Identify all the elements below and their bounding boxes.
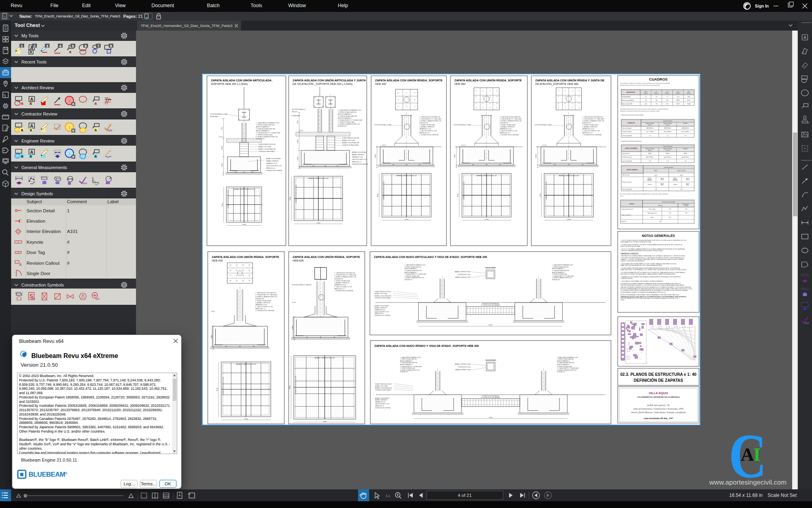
- svg-text:1.50m: 1.50m: [377, 193, 379, 197]
- svg-text:Revision Callout: Revision Callout: [27, 261, 60, 266]
- svg-text:ARMADO SUPERIOR 2Ø12: ARMADO SUPERIOR 2Ø12: [455, 271, 471, 273]
- svg-text:kN/cm²: kN/cm²: [661, 184, 664, 186]
- svg-text:XXXX: XXXX: [81, 297, 85, 299]
- svg-text:3. ESPACIO PARA MORTERO DE: 3. ESPACIO PARA MORTERO DE: [500, 120, 522, 122]
- svg-text:ZAPATA AISLADA CON UNIÓN RÍGID: ZAPATA AISLADA CON UNIÓN RÍGIDA_SOPORTE: [293, 255, 360, 259]
- svg-text:A NIVEL DE PLANTA BAJA, SE HA: A NIVEL DE PLANTA BAJA, SE HA DISEÑADO U…: [620, 294, 679, 296]
- svg-text:ESTRIBOS Ø6 / 30cm: ESTRIBOS Ø6 / 30cm: [458, 366, 471, 368]
- svg-text:Los materiales a emplear se de: Los materiales a emplear se describen a …: [620, 83, 670, 84]
- svg-text:Tipos de acero: Tipos de acero: [622, 174, 630, 176]
- svg-text:PARRILLA 5 cm: PARRILLA 5 cm: [500, 132, 510, 134]
- svg-text:CORRESPONDIENTE.: CORRESPONDIENTE.: [620, 278, 633, 279]
- svg-text:A: A: [30, 123, 33, 128]
- svg-text:2. PLACA DE APOYO Y ANCLAJE: 2. PLACA DE APOYO Y ANCLAJE: [255, 294, 278, 296]
- svg-text:tutores_David Mencías | Jesús: tutores_David Mencías | Jesús Anaya | En…: [631, 411, 686, 414]
- svg-text:b: b: [4, 15, 6, 18]
- svg-text:ZAPATA AISLADA CON UNIÓN RÍGID: ZAPATA AISLADA CON UNIÓN RÍGIDA Y JUNTA …: [535, 79, 605, 82]
- svg-text:ARMADO INFERIOR: ARMADO INFERIOR: [375, 307, 387, 309]
- svg-text:CALZOS/SOL APOYO DE: CALZOS/SOL APOYO DE: [352, 159, 368, 160]
- svg-text:4. PERNOS DE ANCLAJE: 4. PERNOS DE ANCLAJE: [557, 366, 572, 368]
- svg-text:PARRILLA 5 cm: PARRILLA 5 cm: [352, 161, 362, 163]
- svg-text:ZAPATA AISLADA CON NUDO RÍGIDO: ZAPATA AISLADA CON NUDO RÍGIDO Y VIGA DE…: [374, 344, 479, 348]
- svg-text:ARMADO INFERIOR Ø12 /0.30: ARMADO INFERIOR Ø12 /0.30: [383, 182, 385, 200]
- svg-text:6. ESPACIO PARA MORTERO DE: 6. ESPACIO PARA MORTERO DE: [256, 136, 278, 138]
- svg-text:EN FOSF. LA ZAPATA A TRAVÉS DE: EN FOSF. LA ZAPATA A TRAVÉS DE UNA PLACA…: [620, 288, 692, 290]
- svg-text:ACERO LAMINADO: ACERO LAMINADO: [627, 169, 638, 171]
- svg-text:25: 25: [656, 96, 657, 98]
- svg-text:(N/mm²): (N/mm²): [654, 92, 659, 94]
- svg-text:2. PERNO DE ANCLAJE DEL: 2. PERNO DE ANCLAJE DEL: [557, 358, 574, 360]
- svg-text:5. PERNOS DE ANCLAJE: 5. PERNOS DE ANCLAJE: [400, 368, 415, 369]
- svg-text:_Cuadro de características del: _Cuadro de características del hormigón: [620, 114, 644, 116]
- svg-text:PILAR HORMIGÓN 200X200: PILAR HORMIGÓN 200X200: [342, 137, 359, 139]
- svg-text:ARMADO INFERIOR Ø16 /0.30: ARMADO INFERIOR Ø16 /0.30: [315, 357, 335, 359]
- svg-text:3. ESPACIO PARA MORTERO DE: 3. ESPACIO PARA MORTERO DE: [582, 120, 605, 122]
- svg-text:Tipo de elemento: Tipo de elemento: [664, 167, 673, 168]
- svg-text:ZAPATA AISLADA CON UNIÓN RÍGID: ZAPATA AISLADA CON UNIÓN RÍGIDA_SOPORTE: [454, 79, 522, 82]
- svg-text:ARMADO SUPERIOR 2Ø12: ARMADO SUPERIOR 2Ø12: [455, 364, 471, 365]
- svg-text:8: 8: [110, 44, 112, 48]
- svg-text:-: -: [686, 221, 686, 222]
- svg-text:Ordinaria: Ordinaria: [658, 205, 663, 206]
- svg-text:SOPORTE METÁLICO HEB 600: SOPORTE METÁLICO HEB 600: [292, 284, 311, 286]
- svg-text:a: a: [69, 50, 71, 54]
- svg-text:compresión: compresión: [647, 179, 653, 181]
- svg-text:ZAPATA AISLADA CON UNIÓN ARTIC: ZAPATA AISLADA CON UNIÓN ARTICULADA_: [211, 79, 274, 82]
- svg-text:Subject: Subject: [27, 199, 42, 204]
- svg-text:a: a: [94, 128, 97, 132]
- svg-text:1.50m: 1.50m: [404, 219, 408, 220]
- svg-text:Cortante: Cortante: [673, 184, 678, 185]
- svg-text:a: a: [21, 154, 23, 158]
- svg-text:1. CARTELA DE RIGIDIZACIÓN: 1. CARTELA DE RIGIDIZACIÓN: [255, 292, 276, 294]
- svg-text:250,57: 250,57: [687, 100, 691, 101]
- svg-text:0,85: 0,85: [688, 96, 690, 98]
- svg-text:Coef. de seguridad: Coef. de seguridad: [622, 160, 632, 162]
- svg-text:PARRILLA 5 cm: PARRILLA 5 cm: [582, 132, 593, 134]
- svg-text:4. PERNO DE ANCLAJE: 4. PERNO DE ANCLAJE: [419, 124, 435, 126]
- svg-text:ARMADO INFERIOR Ø16 /0.30: ARMADO INFERIOR Ø16 /0.30: [396, 175, 417, 177]
- svg-text:4. PERNOS DE ANCLAJE: 4. PERNOS DE ANCLAJE: [552, 273, 567, 275]
- svg-text:Tensión de cálculo: Tensión de cálculo: [622, 131, 632, 133]
- svg-text:1,50: 1,50: [669, 217, 671, 218]
- svg-text:HORMIGÓN DE LIMPIEZA: HORMIGÓN DE LIMPIEZA: [266, 169, 282, 171]
- svg-text:ACERO DE ARMAR: ACERO DE ARMAR: [625, 148, 638, 149]
- svg-text:Section Detail: Section Detail: [27, 208, 55, 213]
- svg-text:1,00: 1,00: [685, 212, 688, 214]
- svg-text:2. PLACA DE APOYO Y ANCLAJE: 2. PLACA DE APOYO Y ANCLAJE: [419, 118, 442, 120]
- svg-text:1,00: 1,00: [685, 208, 688, 210]
- svg-text:a: a: [21, 101, 23, 106]
- svg-text:NIVELACIÓN: NIVELACIÓN: [255, 298, 264, 300]
- svg-text:ARRIOSTRAMIENTO: ARRIOSTRAMIENTO: [557, 364, 569, 366]
- svg-text:B500S: B500S: [666, 153, 670, 154]
- svg-text:434: 434: [666, 100, 668, 101]
- svg-text:3. PLANCA DE ANCLAJE DEL: 3. PLANCA DE ANCLAJE DEL: [404, 270, 422, 271]
- svg-text:ZAPATA AISLADA CON UNIÓN RÍGID: ZAPATA AISLADA CON UNIÓN RÍGIDA_SOPORTE: [212, 255, 279, 259]
- svg-text:SOPORTE METÁLICO: SOPORTE METÁLICO: [292, 109, 306, 110]
- svg-text:4. PLACA DE APOYO Y DE ANCLAJE: 4. PLACA DE APOYO Y DE ANCLAJE: [400, 366, 421, 368]
- svg-text:CUMPLE CON LAS HIPÓTESIS ASUMI: CUMPLE CON LAS HIPÓTESIS ASUMIDAS.: [620, 260, 645, 262]
- svg-text:2. PERNO DE ANCLAJE DEL: 2. PERNO DE ANCLAJE DEL: [400, 358, 417, 360]
- svg-text:PARRILLA 5 cm: PARRILLA 5 cm: [419, 132, 430, 134]
- svg-text:NIVELACIÓN: NIVELACIÓN: [500, 122, 508, 124]
- svg-text:(0.00m): (0.00m): [211, 311, 215, 312]
- svg-text:- SODOS LOS SISTEMAS DE APANTA: - SODOS LOS SISTEMAS DE APANTALLAMIENTO …: [620, 248, 685, 250]
- svg-text:PARRILLA 5 cm: PARRILLA 5 cm: [255, 308, 266, 310]
- svg-text:a: a: [30, 101, 32, 106]
- svg-text:1.50m: 1.50m: [289, 196, 291, 200]
- svg-text:ZAPATA AISLADA CON NUDO ARTICU: ZAPATA AISLADA CON NUDO ARTICULADO Y VIG…: [374, 255, 487, 259]
- svg-text:1. CARTELA DE RIGIDIZACIÓN: 1. CARTELA DE RIGIDIZACIÓN: [582, 116, 603, 118]
- svg-text:(N/mm²): (N/mm²): [676, 92, 680, 94]
- svg-text:ARMADO DE MONTAJE: ARMADO DE MONTAJE: [266, 158, 281, 160]
- svg-text:CARGA: CARGA: [629, 203, 634, 205]
- svg-text:SOPORTE METÁLICO HEB: SOPORTE METÁLICO HEB: [454, 124, 471, 126]
- svg-text:3. PLANCA DE ANCLAJE DEL: 3. PLANCA DE ANCLAJE DEL: [338, 115, 357, 117]
- svg-text:fcd= 1,7 kN/cm²: fcd= 1,7 kN/cm²: [682, 131, 689, 133]
- svg-text:1,5: 1,5: [685, 135, 686, 137]
- svg-text:ARMADO INFERIOR Ø16 /0.30: ARMADO INFERIOR Ø16 /0.30: [559, 175, 579, 177]
- svg-text:SOPORTE METÁLICO HEB: SOPORTE METÁLICO HEB: [534, 124, 552, 126]
- svg-text:1,05: 1,05: [645, 103, 647, 105]
- svg-text:5. PLACA DE APOYO Y DE ANCLAJE: 5. PLACA DE APOYO Y DE ANCLAJE: [557, 368, 578, 369]
- svg-text:ZAPATA Ø12 /0.30: ZAPATA Ø12 /0.30: [266, 163, 277, 164]
- svg-text:NOTAS GENERALES: NOTAS GENERALES: [642, 234, 675, 238]
- svg-text:3. PLANCA DE ANCLAJE DEL: 3. PLANCA DE ANCLAJE DEL: [552, 270, 570, 271]
